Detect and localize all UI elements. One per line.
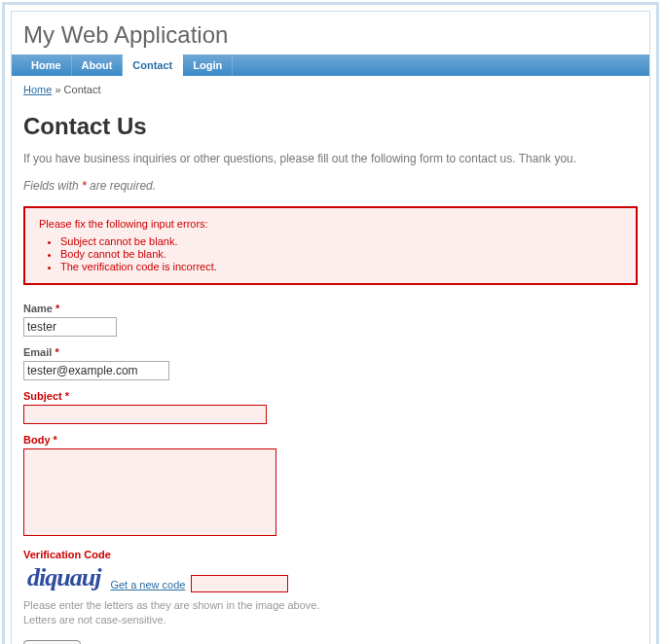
nav-contact[interactable]: Contact [123,54,183,76]
label-email: Email * [23,346,638,358]
error-summary-heading: Please fix the following input errors: [39,218,622,230]
label-body: Body * [23,434,638,446]
label-captcha: Verification Code [23,549,638,560]
submit-row: Submit [23,640,638,644]
error-item: The verification code is incorrect. [60,261,622,272]
intro-text: If you have business inquiries or other … [23,152,638,165]
error-item: Body cannot be blank. [60,248,622,260]
input-email[interactable] [23,361,169,380]
textarea-body[interactable] [23,448,276,536]
required-note: Fields with * are required. [23,179,638,193]
captcha-refresh-link[interactable]: Get a new code [110,579,185,590]
label-name: Name * [23,303,638,314]
breadcrumb-sep: » [55,84,60,95]
captcha-image: diquauj [23,563,104,592]
input-captcha[interactable] [191,575,288,592]
field-body: Body * [23,434,638,539]
error-summary: Please fix the following input errors: S… [23,206,638,285]
navbar: Home About Contact Login [12,54,649,76]
input-name[interactable] [23,317,117,337]
field-email: Email * [23,346,638,380]
nav-home[interactable]: Home [21,54,72,76]
field-captcha: Verification Code diquauj Get a new code… [23,549,638,628]
label-subject: Subject * [23,390,638,402]
submit-button[interactable]: Submit [23,640,81,644]
breadcrumb-home[interactable]: Home [23,84,52,95]
app-title: My Web Application [23,21,638,49]
error-item: Subject cannot be blank. [60,235,622,247]
captcha-hint: Please enter the letters as they are sho… [23,598,354,628]
page-title: Contact Us [23,113,638,140]
field-name: Name * [23,303,638,337]
breadcrumb: Home » Contact [12,76,649,103]
nav-login[interactable]: Login [183,54,233,76]
breadcrumb-current: Contact [64,84,101,95]
field-subject: Subject * [23,390,638,424]
header: My Web Application [12,12,649,54]
nav-about[interactable]: About [72,54,124,76]
input-subject[interactable] [23,405,267,424]
